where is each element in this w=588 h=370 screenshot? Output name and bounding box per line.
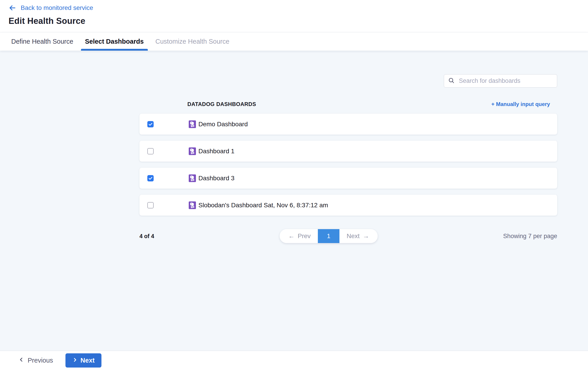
dashboard-checkbox[interactable] bbox=[147, 175, 154, 181]
search-row bbox=[139, 51, 557, 87]
tab-bar: Define Health Source Select Dashboards C… bbox=[0, 32, 588, 51]
tab-label: Define Health Source bbox=[11, 38, 73, 45]
tab-select-dashboards[interactable]: Select Dashboards bbox=[81, 33, 148, 51]
dashboard-search-box bbox=[444, 74, 557, 87]
per-page-label: Showing 7 per page bbox=[503, 233, 557, 240]
tab-label: Select Dashboards bbox=[85, 38, 144, 45]
result-count: 4 of 4 bbox=[139, 233, 154, 239]
wizard-footer: Previous Next bbox=[0, 351, 588, 370]
search-icon bbox=[448, 77, 455, 85]
dashboard-name: Dashboard 3 bbox=[198, 175, 234, 182]
dashboard-row: Dashboard 3 bbox=[139, 168, 557, 189]
dashboard-row: Demo Dashboard bbox=[139, 114, 557, 135]
pager-next-label: Next bbox=[347, 232, 360, 240]
search-input[interactable] bbox=[458, 77, 553, 85]
dashboard-name: Demo Dashboard bbox=[198, 121, 248, 128]
next-button-label: Next bbox=[81, 357, 95, 364]
dashboard-row: Slobodan's Dashboard Sat, Nov 6, 8:37:12… bbox=[139, 195, 557, 216]
previous-button[interactable]: Previous bbox=[19, 357, 53, 364]
page-title: Edit Health Source bbox=[9, 16, 588, 26]
main-content: DATADOG DASHBOARDS + Manually input quer… bbox=[0, 51, 588, 351]
pagination-row: 4 of 4 ← Prev 1 Next → Showing 7 per pag… bbox=[139, 229, 557, 243]
datadog-icon bbox=[189, 201, 196, 209]
tab-define-health-source[interactable]: Define Health Source bbox=[7, 33, 77, 51]
datadog-icon bbox=[189, 120, 196, 128]
dashboard-row: Dashboard 1 bbox=[139, 141, 557, 162]
datadog-icon bbox=[189, 174, 196, 182]
chevron-left-icon bbox=[19, 357, 24, 364]
next-button[interactable]: Next bbox=[65, 353, 101, 368]
back-link-label: Back to monitored service bbox=[21, 4, 93, 11]
list-header-row: DATADOG DASHBOARDS + Manually input quer… bbox=[139, 101, 557, 107]
column-header-datadog-dashboards: DATADOG DASHBOARDS bbox=[187, 101, 256, 107]
pager: ← Prev 1 Next → bbox=[280, 229, 378, 243]
dashboard-checkbox[interactable] bbox=[147, 148, 154, 154]
pager-next-button[interactable]: Next → bbox=[339, 229, 378, 243]
dashboard-name: Dashboard 1 bbox=[198, 148, 234, 155]
page-header: Back to monitored service Edit Health So… bbox=[0, 0, 588, 32]
tab-customize-health-source: Customize Health Source bbox=[151, 33, 233, 51]
pager-prev-label: Prev bbox=[298, 232, 311, 240]
arrow-right-icon: → bbox=[363, 232, 369, 240]
dashboard-checkbox[interactable] bbox=[147, 202, 154, 208]
back-to-monitored-service-link[interactable]: Back to monitored service bbox=[9, 4, 93, 12]
pager-prev-button[interactable]: ← Prev bbox=[280, 229, 318, 243]
dashboard-list: Demo Dashboard Dashboard 1 bbox=[139, 114, 557, 216]
dashboard-name: Slobodan's Dashboard Sat, Nov 6, 8:37:12… bbox=[198, 202, 328, 209]
chevron-right-icon bbox=[72, 357, 78, 364]
pager-page-1[interactable]: 1 bbox=[318, 229, 339, 243]
datadog-icon bbox=[189, 147, 196, 155]
manually-input-query-link[interactable]: + Manually input query bbox=[491, 101, 550, 107]
arrow-left-icon: ← bbox=[288, 232, 294, 240]
arrow-left-icon bbox=[9, 4, 16, 12]
tab-label: Customize Health Source bbox=[156, 38, 230, 45]
previous-button-label: Previous bbox=[28, 357, 53, 364]
dashboard-checkbox[interactable] bbox=[147, 121, 154, 127]
